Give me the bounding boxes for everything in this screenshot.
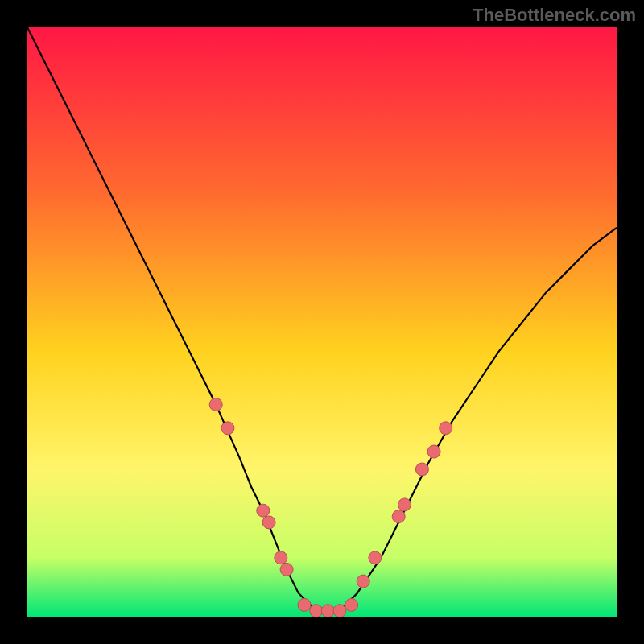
data-point: [398, 498, 411, 511]
data-point: [415, 463, 428, 476]
gradient-background: [27, 27, 617, 617]
data-point: [257, 504, 270, 517]
bottleneck-chart-svg: [27, 27, 617, 617]
data-point: [280, 563, 293, 576]
data-point: [275, 551, 287, 564]
data-point: [298, 598, 311, 611]
data-point: [321, 605, 334, 617]
data-point: [427, 445, 440, 458]
data-point: [392, 510, 405, 523]
data-point: [369, 551, 382, 564]
data-point: [221, 422, 234, 435]
data-point: [209, 398, 222, 411]
data-point: [440, 422, 452, 435]
data-point: [310, 605, 323, 617]
data-point: [262, 516, 275, 529]
data-point: [333, 605, 346, 617]
chart-plot-area: [27, 27, 617, 617]
data-point: [357, 575, 369, 588]
data-point: [345, 598, 358, 611]
watermark-text: TheBottleneck.com: [473, 5, 636, 26]
